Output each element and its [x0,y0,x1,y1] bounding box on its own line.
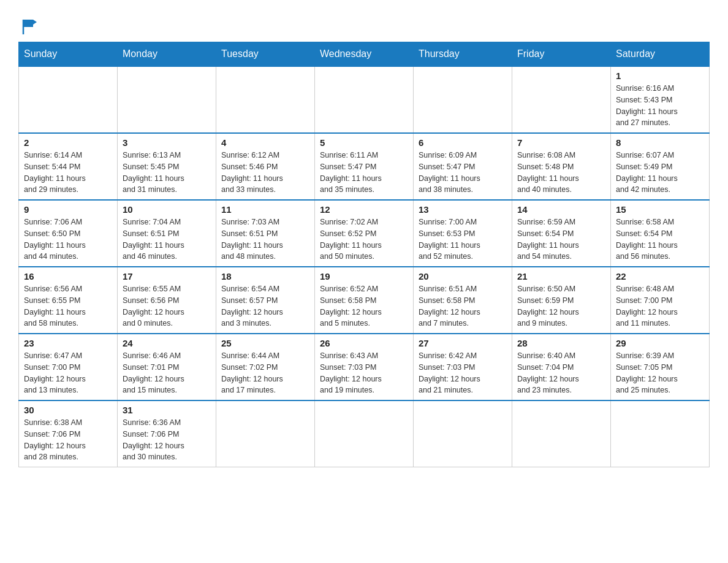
day-info: Sunrise: 7:06 AM Sunset: 6:50 PM Dayligh… [24,216,112,262]
day-number: 29 [616,338,704,348]
calendar-cell [414,66,512,133]
calendar-cell: 31Sunrise: 6:36 AM Sunset: 7:06 PM Dayli… [118,400,216,467]
day-info: Sunrise: 6:40 AM Sunset: 7:04 PM Dayligh… [517,350,605,396]
day-info: Sunrise: 7:00 AM Sunset: 6:53 PM Dayligh… [419,216,507,262]
day-number: 15 [616,204,704,215]
calendar-cell: 26Sunrise: 6:43 AM Sunset: 7:03 PM Dayli… [315,334,414,400]
calendar-cell: 29Sunrise: 6:39 AM Sunset: 7:05 PM Dayli… [611,334,710,400]
week-row-4: 23Sunrise: 6:47 AM Sunset: 7:00 PM Dayli… [19,334,710,400]
day-number: 5 [320,137,408,148]
day-info: Sunrise: 6:07 AM Sunset: 5:49 PM Dayligh… [616,150,704,196]
day-info: Sunrise: 6:43 AM Sunset: 7:03 PM Dayligh… [320,350,408,396]
day-info: Sunrise: 6:36 AM Sunset: 7:06 PM Dayligh… [123,417,211,463]
calendar-cell [512,400,611,467]
calendar-cell [19,66,118,133]
day-info: Sunrise: 6:55 AM Sunset: 6:56 PM Dayligh… [123,283,211,329]
calendar-cell: 1Sunrise: 6:16 AM Sunset: 5:43 PM Daylig… [611,66,710,133]
week-row-3: 16Sunrise: 6:56 AM Sunset: 6:55 PM Dayli… [19,267,710,334]
header-day-tuesday: Tuesday [216,42,315,67]
calendar-cell: 22Sunrise: 6:48 AM Sunset: 7:00 PM Dayli… [611,267,710,334]
calendar-table: SundayMondayTuesdayWednesdayThursdayFrid… [18,42,710,467]
day-info: Sunrise: 6:56 AM Sunset: 6:55 PM Dayligh… [24,283,112,329]
calendar-cell [414,400,512,467]
calendar-cell: 27Sunrise: 6:42 AM Sunset: 7:03 PM Dayli… [414,334,512,400]
day-number: 26 [320,338,408,348]
calendar-cell [216,66,315,133]
header-day-friday: Friday [512,42,611,67]
day-info: Sunrise: 6:47 AM Sunset: 7:00 PM Dayligh… [24,350,112,396]
day-number: 13 [419,204,507,215]
calendar-cell: 5Sunrise: 6:11 AM Sunset: 5:47 PM Daylig… [315,133,414,200]
day-number: 3 [123,137,211,148]
calendar-cell: 6Sunrise: 6:09 AM Sunset: 5:47 PM Daylig… [414,133,512,200]
calendar-cell: 4Sunrise: 6:12 AM Sunset: 5:46 PM Daylig… [216,133,315,200]
day-number: 10 [123,204,211,215]
day-number: 19 [320,271,408,282]
day-info: Sunrise: 6:52 AM Sunset: 6:58 PM Dayligh… [320,283,408,329]
calendar-cell: 17Sunrise: 6:55 AM Sunset: 6:56 PM Dayli… [118,267,216,334]
day-number: 18 [221,271,309,282]
day-info: Sunrise: 6:08 AM Sunset: 5:48 PM Dayligh… [517,150,605,196]
calendar-cell: 25Sunrise: 6:44 AM Sunset: 7:02 PM Dayli… [216,334,315,400]
day-number: 21 [517,271,605,282]
header-row: SundayMondayTuesdayWednesdayThursdayFrid… [19,42,710,67]
day-number: 9 [24,204,112,215]
calendar-body: 1Sunrise: 6:16 AM Sunset: 5:43 PM Daylig… [19,66,710,467]
day-number: 4 [221,137,309,148]
header-day-thursday: Thursday [414,42,512,67]
day-info: Sunrise: 6:50 AM Sunset: 6:59 PM Dayligh… [517,283,605,329]
day-number: 27 [419,338,507,348]
header-day-saturday: Saturday [611,42,710,67]
calendar-cell: 3Sunrise: 6:13 AM Sunset: 5:45 PM Daylig… [118,133,216,200]
day-number: 17 [123,271,211,282]
day-info: Sunrise: 6:12 AM Sunset: 5:46 PM Dayligh… [221,150,309,196]
day-number: 22 [616,271,704,282]
logo [18,17,37,32]
calendar-cell: 2Sunrise: 6:14 AM Sunset: 5:44 PM Daylig… [19,133,118,200]
calendar-cell [512,66,611,133]
day-number: 31 [123,405,211,415]
calendar-cell: 12Sunrise: 7:02 AM Sunset: 6:52 PM Dayli… [315,200,414,267]
calendar-cell: 16Sunrise: 6:56 AM Sunset: 6:55 PM Dayli… [19,267,118,334]
calendar-cell [216,400,315,467]
day-info: Sunrise: 6:51 AM Sunset: 6:58 PM Dayligh… [419,283,507,329]
day-info: Sunrise: 6:42 AM Sunset: 7:03 PM Dayligh… [419,350,507,396]
day-number: 11 [221,204,309,215]
svg-marker-1 [33,20,37,25]
page-header [18,12,710,32]
calendar-cell: 23Sunrise: 6:47 AM Sunset: 7:00 PM Dayli… [19,334,118,400]
calendar-cell [315,66,414,133]
week-row-5: 30Sunrise: 6:38 AM Sunset: 7:06 PM Dayli… [19,400,710,467]
calendar-cell: 10Sunrise: 7:04 AM Sunset: 6:51 PM Dayli… [118,200,216,267]
day-info: Sunrise: 6:11 AM Sunset: 5:47 PM Dayligh… [320,150,408,196]
day-number: 6 [419,137,507,148]
calendar-cell: 8Sunrise: 6:07 AM Sunset: 5:49 PM Daylig… [611,133,710,200]
day-info: Sunrise: 7:02 AM Sunset: 6:52 PM Dayligh… [320,216,408,262]
day-number: 12 [320,204,408,215]
day-number: 7 [517,137,605,148]
calendar-cell: 14Sunrise: 6:59 AM Sunset: 6:54 PM Dayli… [512,200,611,267]
logo-flag-icon [20,17,37,34]
header-day-monday: Monday [118,42,216,67]
header-day-sunday: Sunday [19,42,118,67]
calendar-cell [611,400,710,467]
day-number: 23 [24,338,112,348]
day-number: 28 [517,338,605,348]
day-info: Sunrise: 6:14 AM Sunset: 5:44 PM Dayligh… [24,150,112,196]
day-info: Sunrise: 6:46 AM Sunset: 7:01 PM Dayligh… [123,350,211,396]
calendar-cell: 7Sunrise: 6:08 AM Sunset: 5:48 PM Daylig… [512,133,611,200]
calendar-cell [118,66,216,133]
day-info: Sunrise: 6:48 AM Sunset: 7:00 PM Dayligh… [616,283,704,329]
day-info: Sunrise: 6:44 AM Sunset: 7:02 PM Dayligh… [221,350,309,396]
day-number: 16 [24,271,112,282]
day-info: Sunrise: 6:09 AM Sunset: 5:47 PM Dayligh… [419,150,507,196]
day-number: 8 [616,137,704,148]
day-info: Sunrise: 6:13 AM Sunset: 5:45 PM Dayligh… [123,150,211,196]
day-info: Sunrise: 6:54 AM Sunset: 6:57 PM Dayligh… [221,283,309,329]
day-number: 24 [123,338,211,348]
calendar-cell: 13Sunrise: 7:00 AM Sunset: 6:53 PM Dayli… [414,200,512,267]
day-info: Sunrise: 6:16 AM Sunset: 5:43 PM Dayligh… [616,83,704,129]
week-row-0: 1Sunrise: 6:16 AM Sunset: 5:43 PM Daylig… [19,66,710,133]
day-number: 20 [419,271,507,282]
calendar-cell: 30Sunrise: 6:38 AM Sunset: 7:06 PM Dayli… [19,400,118,467]
